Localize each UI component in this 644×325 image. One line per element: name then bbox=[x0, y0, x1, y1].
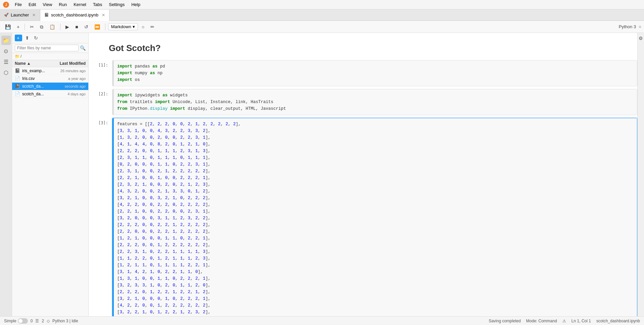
menu-run[interactable]: Run bbox=[56, 1, 70, 8]
sidebar-icon-extensions[interactable]: ⬡ bbox=[1, 68, 11, 77]
status-count: 2 bbox=[42, 319, 44, 323]
notebook-cell-1: [1]: import pandas as pd import numpy as… bbox=[89, 60, 637, 86]
status-bar: Simple 0 ☰ 2 ◇ Python 3 | Idle Saving co… bbox=[0, 316, 644, 325]
app-logo: J bbox=[3, 1, 9, 8]
pencil-icon-button[interactable]: ✏ bbox=[148, 23, 157, 31]
tab-bar: 🚀 Launcher ✕ 📓 scotch_dashboard.ipynb ✕ bbox=[0, 9, 644, 21]
paste-button[interactable]: 📋 bbox=[47, 23, 57, 31]
mode-label: Mode: Command bbox=[526, 319, 557, 323]
notebook-cell-3: [3]: features = [[2, 2, 2, 0, 0, 2, 1, 2… bbox=[89, 118, 637, 316]
notebook-area: Got Scotch? [1]: import pandas as pd imp… bbox=[89, 33, 637, 316]
cell-prompt-2: [2]: bbox=[89, 89, 112, 115]
simple-label: Simple bbox=[4, 319, 16, 323]
search-input[interactable] bbox=[15, 45, 79, 51]
search-bar: 🔍 bbox=[12, 43, 88, 53]
file-icon-scotch-da-py: 📄 bbox=[15, 91, 20, 97]
col-modified-header[interactable]: Last Modified bbox=[45, 61, 86, 66]
upload-button[interactable]: ⬆ bbox=[24, 34, 31, 42]
sidebar-icon-files[interactable]: 📁 bbox=[1, 36, 11, 45]
new-button[interactable]: + bbox=[15, 35, 22, 41]
file-icon-iris-csv: 📄 bbox=[15, 76, 20, 81]
add-cell-button[interactable]: + bbox=[14, 23, 22, 31]
close-notebook-button[interactable]: ✕ bbox=[102, 13, 105, 17]
toolbar-separator-1 bbox=[25, 24, 25, 30]
status-icon-1: ☰ bbox=[35, 319, 39, 323]
menu-help[interactable]: Help bbox=[129, 1, 143, 8]
menu-view[interactable]: View bbox=[40, 1, 55, 8]
simple-toggle-switch[interactable] bbox=[18, 318, 28, 324]
refresh-button[interactable]: ↻ bbox=[32, 34, 40, 42]
file-name-iris-csv: Iris.csv bbox=[22, 76, 52, 81]
search-icon[interactable]: 🔍 bbox=[80, 45, 86, 51]
kernel-selector[interactable]: Markdown ▾ bbox=[108, 23, 138, 30]
kernel-idle-label: Python 3 | Idle bbox=[52, 319, 78, 323]
file-modified-scotch-da-ipynb: seconds ago bbox=[52, 84, 86, 88]
col-name-header[interactable]: Name ▲ bbox=[15, 61, 45, 66]
list-item[interactable]: 📄 Iris.csv a year ago bbox=[12, 75, 88, 83]
status-zero: 0 bbox=[31, 319, 33, 323]
cell-code-2[interactable]: import ipywidgets as widgets from traitl… bbox=[114, 89, 637, 115]
list-item[interactable]: 📓 iris_examp... 26 minutes ago bbox=[12, 67, 88, 75]
file-modified-scotch-da-py: 4 days ago bbox=[52, 92, 86, 96]
restart-button[interactable]: ↺ bbox=[82, 23, 91, 31]
file-modified-iris-example: 26 minutes ago bbox=[52, 69, 86, 73]
file-icon-iris-example: 📓 bbox=[15, 68, 20, 74]
stop-button[interactable]: ■ bbox=[73, 23, 80, 31]
svg-text:J: J bbox=[5, 3, 7, 7]
kernel-type-label: Markdown bbox=[111, 24, 131, 29]
file-modified-iris-csv: a year ago bbox=[52, 77, 86, 81]
menu-edit[interactable]: Edit bbox=[26, 1, 39, 8]
file-icon-scotch-da-ipynb: 📓 bbox=[15, 84, 20, 89]
cell-code-1[interactable]: import pandas as pd import numpy as np i… bbox=[114, 60, 637, 86]
chevron-down-icon: ▾ bbox=[133, 24, 135, 29]
sidebar-icon-commands[interactable]: ☰ bbox=[1, 57, 11, 66]
toolbar-separator-3 bbox=[105, 24, 105, 30]
cell-content-2[interactable]: import ipywidgets as widgets from traitl… bbox=[112, 89, 637, 115]
list-item[interactable]: 📓 scotch_da... seconds ago bbox=[12, 83, 88, 90]
status-left: Simple 0 ☰ 2 ◇ Python 3 | Idle bbox=[4, 318, 78, 324]
settings-panel: ⚙ bbox=[637, 33, 644, 316]
menu-kernel[interactable]: Kernel bbox=[71, 1, 89, 8]
tab-notebook[interactable]: 📓 scotch_dashboard.ipynb ✕ bbox=[40, 10, 109, 21]
menu-settings[interactable]: Settings bbox=[106, 1, 127, 8]
notebook-toolbar: 💾 + ✂ ⧉ 📋 ▶ ■ ↺ ⏩ Markdown ▾ ○ ✏ Python … bbox=[0, 21, 644, 33]
warning-icon: ⚠ bbox=[562, 319, 566, 323]
file-name-iris-example: iris_examp... bbox=[22, 68, 52, 73]
circle-icon-button[interactable]: ○ bbox=[139, 23, 147, 31]
notebook-icon: 📓 bbox=[44, 13, 49, 17]
status-icon-2: ◇ bbox=[47, 319, 50, 323]
breadcrumb-path: / bbox=[20, 54, 21, 59]
copy-button[interactable]: ⧉ bbox=[38, 23, 46, 31]
save-button[interactable]: 💾 bbox=[3, 23, 13, 31]
sidebar-icons: 📁 ⊙ ☰ ⬡ bbox=[0, 33, 12, 316]
folder-icon: 📁 bbox=[15, 54, 20, 59]
tab-launcher-label: Launcher bbox=[11, 12, 29, 17]
kernel-status-dot: ○ bbox=[639, 24, 641, 29]
left-panel: 📁 ⊙ ☰ ⬡ + ⬆ ↻ 🔍 📁 / bbox=[0, 33, 89, 316]
menu-tabs[interactable]: Tabs bbox=[90, 1, 105, 8]
toolbar-right: Python 3 ○ bbox=[619, 24, 641, 29]
tab-launcher[interactable]: 🚀 Launcher ✕ bbox=[0, 9, 40, 20]
restart-run-button[interactable]: ⏩ bbox=[92, 23, 102, 31]
close-launcher-button[interactable]: ✕ bbox=[32, 13, 36, 17]
cell-content-1[interactable]: import pandas as pd import numpy as np i… bbox=[112, 60, 637, 86]
file-list-header: Name ▲ Last Modified bbox=[12, 60, 88, 67]
list-item[interactable]: 📄 scotch_da... 4 days ago bbox=[12, 90, 88, 98]
status-right: Saving completed Mode: Command ⚠ Ln 1, C… bbox=[489, 319, 640, 323]
notebook-file-label: scotch_dashboard.ipynb bbox=[596, 319, 640, 323]
kernel-name-label: Python 3 bbox=[619, 24, 636, 29]
run-button[interactable]: ▶ bbox=[63, 23, 72, 31]
cut-button[interactable]: ✂ bbox=[28, 23, 36, 31]
simple-toggle[interactable]: Simple bbox=[4, 318, 28, 324]
cell-code-3[interactable]: features = [[2, 2, 2, 0, 0, 2, 1, 2, 2, … bbox=[114, 118, 637, 316]
menu-file[interactable]: File bbox=[12, 1, 25, 8]
file-browser: + ⬆ ↻ 🔍 📁 / Name ▲ bbox=[12, 33, 89, 316]
main-layout: 📁 ⊙ ☰ ⬡ + ⬆ ↻ 🔍 📁 / bbox=[0, 33, 644, 316]
cell-content-3[interactable]: features = [[2, 2, 2, 0, 0, 2, 1, 2, 2, … bbox=[112, 118, 637, 316]
launcher-icon: 🚀 bbox=[4, 13, 9, 17]
settings-gear-icon[interactable]: ⚙ bbox=[637, 34, 644, 42]
sidebar-icon-running[interactable]: ⊙ bbox=[1, 46, 11, 56]
file-name-scotch-da-py: scotch_da... bbox=[22, 92, 52, 96]
file-name-scotch-da-ipynb: scotch_da... bbox=[22, 84, 52, 89]
file-browser-toolbar: + ⬆ ↻ bbox=[12, 33, 88, 43]
